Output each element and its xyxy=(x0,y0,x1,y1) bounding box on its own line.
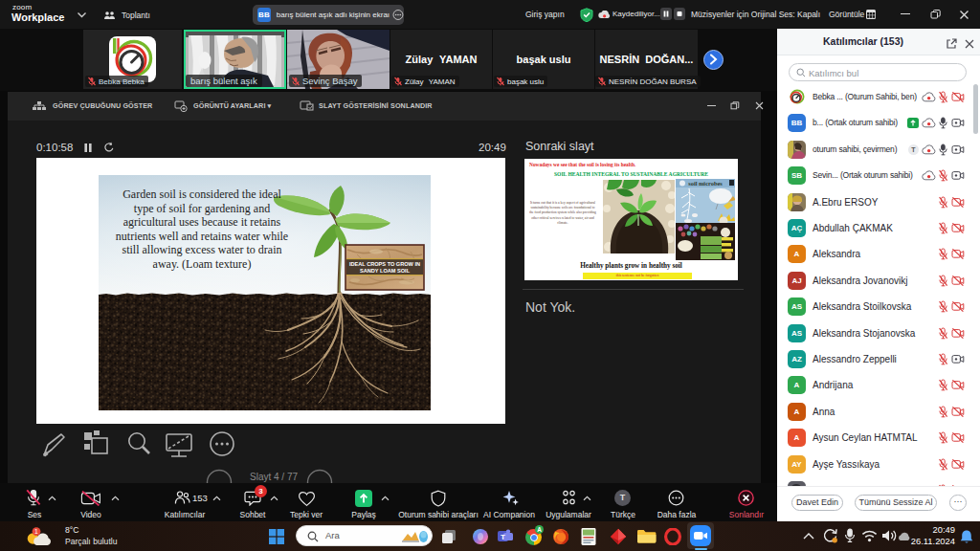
svg-text:1: 1 xyxy=(34,528,38,535)
svg-text:soil microbes: soil microbes xyxy=(688,180,723,187)
svg-text:T: T xyxy=(501,533,505,541)
svg-text:IDEAL CROPS TO GROW IN: IDEAL CROPS TO GROW IN xyxy=(349,261,420,267)
svg-text:Slayt 4 / 77: Slayt 4 / 77 xyxy=(250,472,298,482)
svg-text:SANDY LOAM SOIL: SANDY LOAM SOIL xyxy=(360,268,411,274)
